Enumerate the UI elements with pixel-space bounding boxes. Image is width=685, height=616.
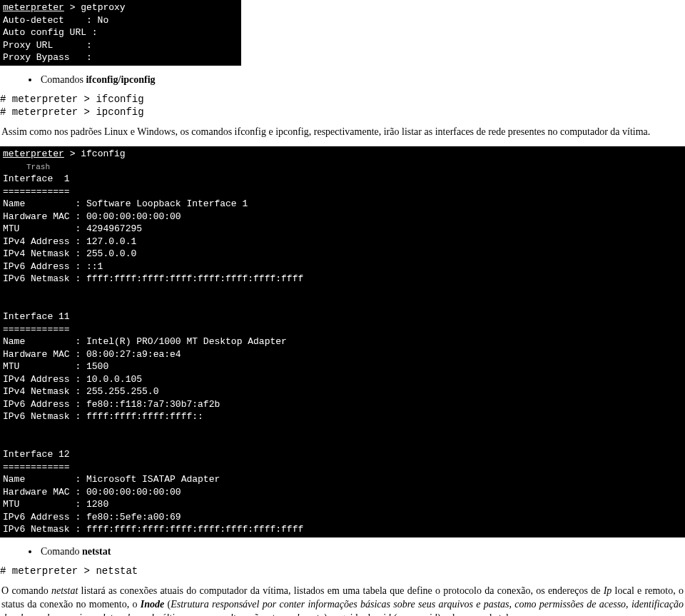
iface-row: Hardware MAC : 08:00:27:a9:ea:e4: [3, 349, 181, 360]
iface-row: IPv6 Address : ::1: [3, 261, 103, 272]
iface-row: IPv6 Netmask : ffff:ffff:ffff:ffff:ffff:…: [3, 273, 303, 284]
iface-row: MTU : 1500: [3, 361, 108, 372]
term-line: Proxy URL :: [3, 40, 92, 51]
paragraph-ifconfig-desc: Assim como nos padrões Linux e Windows, …: [1, 126, 684, 139]
iface-header: Interface 12: [3, 449, 70, 460]
command-example-ifconfig: # meterpreter > ifconfig # meterpreter >…: [0, 93, 685, 118]
term-gt: [64, 2, 70, 13]
trash-label: [3, 163, 26, 171]
iface-row: Name : Microsoft ISATAP Adapter: [3, 474, 220, 485]
iface-row: MTU : 4294967295: [3, 223, 142, 234]
iface-row: Hardware MAC : 00:00:00:00:00:00: [3, 211, 181, 222]
iface-row: IPv6 Netmask : ffff:ffff:ffff:ffff:ffff:…: [3, 524, 303, 535]
bullet-netstat: Comando netstat: [39, 546, 685, 557]
iface-row: IPv6 Netmask : ffff:ffff:ffff:ffff::: [3, 411, 203, 422]
iface-row: IPv4 Address : 127.0.0.1: [3, 236, 136, 247]
iface-sep: ============: [3, 324, 70, 335]
iface-row: IPv4 Address : 10.0.0.105: [3, 374, 142, 385]
term-cmd: ifconfig: [81, 148, 125, 159]
bullet-list: Comando netstat: [0, 546, 685, 557]
terminal-getproxy: meterpreter > getproxy Auto-detect : No …: [0, 0, 241, 66]
term-prompt: meterpreter: [3, 148, 64, 159]
iface-row: IPv4 Netmask : 255.0.0.0: [3, 248, 136, 259]
iface-row: Name : Software Loopback Interface 1: [3, 198, 248, 209]
iface-sep: ============: [3, 186, 70, 197]
term-line: Auto config URL :: [3, 27, 98, 38]
iface-row: IPv6 Address : fe80::f118:7a7:30b7:af2b: [3, 399, 220, 410]
iface-row: Hardware MAC : 00:00:00:00:00:00: [3, 487, 181, 498]
paragraph-netstat-desc: O comando netstat listará as conexões at…: [1, 585, 684, 616]
terminal-ifconfig: meterpreter > ifconfig Trash Interface 1…: [0, 146, 685, 537]
command-example-netstat: # meterpreter > netstat: [0, 565, 685, 577]
bullet-list: Comandos ifconfig/ipconfig: [0, 74, 685, 86]
bullet-ifconfig-ipconfig: Comandos ifconfig/ipconfig: [39, 74, 685, 86]
term-cmd: getproxy: [81, 2, 125, 13]
term-prompt: meterpreter: [3, 2, 64, 13]
iface-row: Name : Intel(R) PRO/1000 MT Desktop Adap…: [3, 336, 287, 347]
iface-row: IPv6 Address : fe80::5efe:a00:69: [3, 512, 181, 522]
iface-header: Interface 1: [3, 173, 70, 184]
term-line: Auto-detect : No: [3, 15, 108, 26]
iface-row: IPv4 Netmask : 255.255.255.0: [3, 386, 158, 397]
iface-row: MTU : 1280: [3, 499, 108, 510]
iface-sep: ============: [3, 462, 70, 473]
iface-header: Interface 11: [3, 311, 70, 322]
term-line: Proxy Bypass :: [3, 52, 92, 63]
